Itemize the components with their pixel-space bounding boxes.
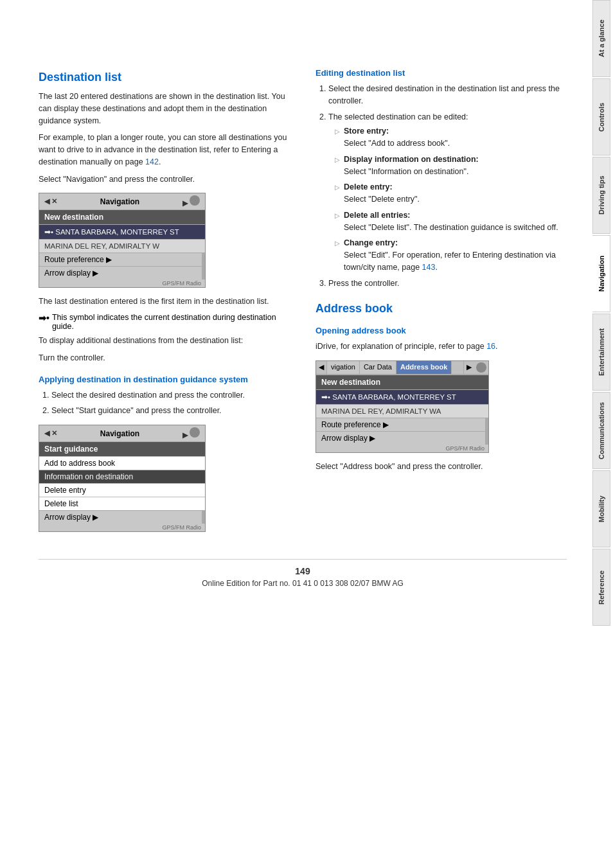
left-column: Destination list The last 20 entered des… (39, 58, 290, 540)
nav-row-arrow-display-2: Arrow display ▶ (39, 510, 205, 524)
nav-row-arrow-display: Arrow display ▶ (39, 266, 205, 279)
editing-step-1: Select the desired destination in the de… (328, 83, 567, 107)
addr-row-route-pref: Route preference ▶ (316, 418, 488, 431)
example-paragraph: For example, to plan a longer route, you… (39, 132, 290, 168)
applying-step-2: Select "Start guidance" and press the co… (51, 405, 290, 417)
sidebar-tab-entertainment[interactable]: Entertainment (592, 314, 610, 391)
sub-item-change: ▷ Change entry:Select "Edit". For operat… (335, 237, 567, 273)
navigation-mockup-2: ◀ ✕ Navigation ▶ Start guidance Add to a… (39, 425, 206, 532)
sidebar-tab-navigation[interactable]: Navigation (592, 235, 610, 312)
page-number: 149 (39, 566, 567, 576)
page-143-link[interactable]: 143 (422, 263, 436, 272)
addr-tab-navigation: vigation (327, 361, 360, 374)
nav-row-delete-entry: Delete entry (39, 483, 205, 497)
nav-row-start-guidance: Start guidance (39, 441, 205, 456)
right-column: Editing destination list Select the desi… (315, 58, 567, 540)
triangle-icon: ▷ (335, 155, 340, 178)
symbol-indicator: ➡• This symbol indicates the current des… (39, 313, 290, 331)
sub-item-delete-entry: ▷ Delete entry:Select "Delete entry". (335, 181, 567, 206)
addr-row-arrow-display: Arrow display ▶ (316, 431, 488, 445)
navigation-mockup-1: ◀ ✕ Navigation ▶ New destination ➡• SANT… (39, 193, 206, 288)
addr-row-marina: MARINA DEL REY, ADMIRALTY WA (316, 404, 488, 418)
address-book-mockup: ◀ vigation Car Data Address book ▶ New d… (315, 360, 489, 453)
sidebar-tab-controls[interactable]: Controls (592, 78, 610, 155)
editing-step-3: Press the controller. (328, 278, 567, 290)
address-book-title: Address book (315, 302, 567, 315)
triangle-icon: ▷ (335, 127, 340, 150)
nav-row-add-address: Add to address book (39, 456, 205, 470)
editing-step-2: The selected destination can be edited: … (328, 111, 567, 274)
editing-title: Editing destination list (315, 68, 567, 78)
sidebar-tab-mobility[interactable]: Mobility (592, 470, 610, 547)
applying-title: Applying destination in destination guid… (39, 375, 290, 384)
triangle-icon: ▷ (335, 211, 340, 234)
footer-text: Online Edition for Part no. 01 41 0 013 … (202, 579, 404, 588)
opening-text: iDrive, for explanation of principle, re… (315, 341, 567, 353)
page-footer: 149 Online Edition for Part no. 01 41 0 … (39, 559, 567, 594)
sidebar-tabs: At a glance Controls Driving tips Naviga… (592, 0, 613, 868)
applying-steps-list: Select the desired destination and press… (39, 389, 290, 418)
destination-list-title: Destination list (39, 71, 290, 84)
select-address-book-text: Select "Address book" and press the cont… (315, 461, 567, 473)
addr-tab-addressbook: Address book (396, 361, 452, 374)
sub-item-display-info: ▷ Display information on destination:Sel… (335, 154, 567, 178)
addr-icon (476, 362, 486, 373)
addr-row-new-dest: New destination (316, 375, 488, 389)
sub-item-store: ▷ Store entry:Select "Add to address boo… (335, 125, 567, 150)
last-dest-text: The last destination entered is the firs… (39, 296, 290, 308)
page-16-link[interactable]: 16 (486, 342, 495, 351)
sidebar-tab-reference[interactable]: Reference (592, 549, 610, 626)
editing-steps-list: Select the desired destination in the de… (315, 83, 567, 289)
nav-row-new-dest: New destination (39, 209, 205, 224)
triangle-icon: ▷ (335, 182, 340, 206)
select-navigation-text: Select "Navigation" and press the contro… (39, 173, 290, 186)
sidebar-tab-at-a-glance[interactable]: At a glance (592, 0, 610, 77)
addr-row-santa-barbara: ➡• SANTA BARBARA, MONTERREY ST (316, 389, 488, 404)
nav-row-info-dest: Information on destination (39, 470, 205, 483)
opening-title: Opening address book (315, 326, 567, 335)
turn-text: Turn the controller. (39, 352, 290, 364)
display-text: To display additional destinations from … (39, 335, 290, 347)
nav-row-delete-list: Delete list (39, 497, 205, 510)
intro-paragraph: The last 20 entered destinations are sho… (39, 91, 290, 127)
nav-row-route-pref: Route preference ▶ (39, 252, 205, 266)
sub-item-delete-all: ▷ Delete all entries:Select "Delete list… (335, 209, 567, 234)
addr-header: ◀ vigation Car Data Address book ▶ (316, 361, 488, 375)
editing-sub-items: ▷ Store entry:Select "Add to address boo… (328, 125, 567, 273)
addr-tab-cardata: Car Data (360, 361, 396, 374)
nav-row-santa-barbara: ➡• SANTA BARBARA, MONTERREY ST (39, 224, 205, 239)
sidebar-tab-communications[interactable]: Communications (592, 392, 610, 469)
applying-step-1: Select the desired destination and press… (51, 389, 290, 402)
sidebar-tab-driving-tips[interactable]: Driving tips (592, 157, 610, 234)
page-142-link[interactable]: 142 (145, 157, 159, 166)
nav-row-marina: MARINA DEL REY, ADMIRALTY W (39, 239, 205, 252)
triangle-icon: ▷ (335, 238, 340, 273)
